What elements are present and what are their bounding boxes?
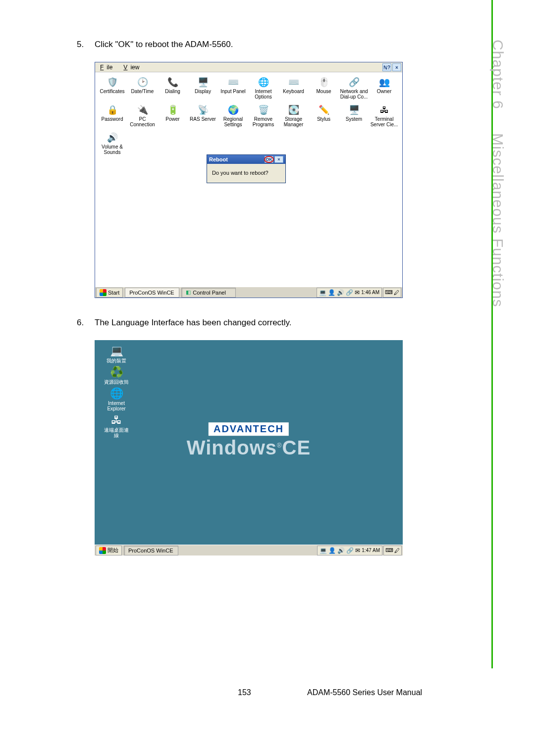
reboot-title: Reboot xyxy=(209,156,228,162)
cp-item-regional-settings[interactable]: 🌍Regional Settings xyxy=(218,103,248,131)
taskbar: Start ProConOS WinCE ◧Control Panel 💻 👤 … xyxy=(95,287,402,298)
cp-icon: 🖧 xyxy=(377,104,392,116)
cp-item-power[interactable]: 🔋Power xyxy=(158,103,188,131)
cp-item-internet-options[interactable]: 🌐Internet Options xyxy=(248,75,278,103)
cp-icon-label: Mouse xyxy=(316,89,331,94)
cp-item-owner[interactable]: 👥Owner xyxy=(369,75,399,103)
cp-icon-label: Internet Options xyxy=(255,89,271,100)
step-5: 5. Click "OK" to reboot the ADAM-5560. xyxy=(77,40,424,50)
system-tray-zh[interactable]: 💻 👤 🔊 🔗 ✉ 1:47 AM xyxy=(317,546,382,555)
cp-icon: ✏️ xyxy=(317,104,331,116)
chapter-tab: Chapter 6 Miscellaneous Functions xyxy=(463,0,493,668)
desktop-icons: 💻我的裝置♻️資源回收筒🌐Internet Explorer🖧遠端桌面連 線 xyxy=(99,344,134,438)
menu-view[interactable]: View xyxy=(120,63,145,71)
desktop-icon[interactable]: 💻我的裝置 xyxy=(99,344,134,363)
cp-icon: 🔗 xyxy=(347,76,362,88)
desktop-icon[interactable]: 🌐Internet Explorer xyxy=(99,387,134,411)
reboot-titlebar: Reboot OK × xyxy=(207,155,285,164)
cp-icon-label: PC Connection xyxy=(130,116,155,127)
cp-icon-label: Date/Time xyxy=(131,89,154,94)
cp-icon: 🌍 xyxy=(226,104,241,116)
cp-icon: 🔋 xyxy=(165,104,180,116)
cp-icon-label: Storage Manager xyxy=(284,116,303,127)
reboot-ok-button[interactable]: OK xyxy=(265,156,273,163)
cp-icon-label: Dialing xyxy=(165,89,180,94)
tray-clock-zh: 1:47 AM xyxy=(362,548,380,553)
close-button[interactable]: × xyxy=(392,63,401,71)
tray-clock: 1:46 AM xyxy=(361,290,379,295)
cp-icon: 🔒 xyxy=(105,104,120,116)
cp-item-password[interactable]: 🔒Password xyxy=(97,103,127,131)
tray-extra-zh[interactable]: ⌨🖊 xyxy=(383,546,402,555)
control-panel-icons: 🛡️Certificates🕑Date/Time📞Dialing🖥️Displa… xyxy=(95,72,402,161)
cp-item-date-time[interactable]: 🕑Date/Time xyxy=(127,75,158,103)
cp-item-keyboard[interactable]: ⌨️Keyboard xyxy=(278,75,309,103)
cp-icon: 💽 xyxy=(286,104,301,116)
tray-icon: 🔊 xyxy=(337,290,344,296)
start-button-zh[interactable]: 開始 xyxy=(96,546,122,555)
cp-item-remove-programs[interactable]: 🗑️Remove Programs xyxy=(248,103,278,131)
cp-item-network-and-dial-up-co-[interactable]: 🔗Network and Dial-up Co... xyxy=(339,75,369,103)
advantech-logo: ADVANTECH xyxy=(209,422,289,436)
cp-item-volume-sounds[interactable]: 🔊Volume & Sounds xyxy=(97,131,127,158)
taskbar-control-panel[interactable]: ◧Control Panel xyxy=(181,288,236,298)
desktop-icon-glyph: 🖧 xyxy=(108,413,124,427)
cp-icon: 👥 xyxy=(377,76,392,88)
desktop-icon-label: 遠端桌面連 線 xyxy=(104,427,129,438)
system-tray[interactable]: 💻 👤 🔊 🔗 ✉ 1:46 AM xyxy=(317,288,382,298)
cp-icon-label: Password xyxy=(102,116,123,122)
cp-item-stylus[interactable]: ✏️Stylus xyxy=(309,103,339,131)
cp-item-dialing[interactable]: 📞Dialing xyxy=(158,75,188,103)
taskbar-proconos[interactable]: ProConOS WinCE xyxy=(125,288,179,298)
step-5-text: Click "OK" to reboot the ADAM-5560. xyxy=(95,40,233,50)
help-button[interactable]: ℕ?? xyxy=(382,63,391,71)
step-6-num: 6. xyxy=(77,318,95,328)
cp-icon-label: Owner xyxy=(377,89,391,94)
desktop-icon-label: 我的裝置 xyxy=(107,358,126,363)
cp-item-terminal-server-cie-[interactable]: 🖧Terminal Server Cie... xyxy=(369,103,399,131)
taskbar-proconos-zh[interactable]: ProConOS WinCE xyxy=(124,546,178,555)
desktop-icon[interactable]: ♻️資源回收筒 xyxy=(99,365,134,385)
cp-icon: 🛡️ xyxy=(105,76,120,88)
cp-icon: 📡 xyxy=(196,104,211,116)
cp-icon: 🗑️ xyxy=(256,104,271,116)
tray-icon: 👤 xyxy=(328,548,336,554)
start-label-zh: 開始 xyxy=(107,547,118,554)
cp-item-input-panel[interactable]: ⌨️Input Panel xyxy=(218,75,248,103)
cp-item-system[interactable]: 🖥️System xyxy=(339,103,369,131)
cp-icon-label: RAS Server xyxy=(190,116,216,122)
cp-icon-label: Regional Settings xyxy=(223,116,243,127)
step-6: 6. The Language Interface has been chang… xyxy=(77,318,424,328)
start-button[interactable]: Start xyxy=(96,288,123,298)
reboot-close-button[interactable]: × xyxy=(274,156,283,163)
cp-item-ras-server[interactable]: 📡RAS Server xyxy=(188,103,218,131)
menu-file[interactable]: File xyxy=(97,63,118,71)
cp-item-storage-manager[interactable]: 💽Storage Manager xyxy=(278,103,309,131)
cp-icon: 📞 xyxy=(165,76,180,88)
reboot-dialog: Reboot OK × Do you want to reboot? xyxy=(207,154,286,183)
cp-icon: ⌨️ xyxy=(286,76,301,88)
step-6-text: The Language Interface has been changed … xyxy=(95,318,292,328)
desktop-icon[interactable]: 🖧遠端桌面連 線 xyxy=(99,413,134,438)
reboot-body: Do you want to reboot? xyxy=(207,164,285,183)
tray-icon: 🔊 xyxy=(337,548,345,554)
cp-item-pc-connection[interactable]: 🔌PC Connection xyxy=(127,103,158,131)
tray-icon: 👤 xyxy=(328,290,335,296)
windows-flag-icon xyxy=(100,289,107,296)
cp-icon-label: Stylus xyxy=(317,116,330,122)
cp-icon: 🌐 xyxy=(256,76,271,88)
cp-item-display[interactable]: 🖥️Display xyxy=(188,75,218,103)
tray-icon: 💻 xyxy=(319,290,326,296)
desktop-icon-label: Internet Explorer xyxy=(107,401,125,411)
manual-title: ADAM-5560 Series User Manual xyxy=(307,688,422,697)
cp-item-mouse[interactable]: 🖱️Mouse xyxy=(309,75,339,103)
tray-extra[interactable]: ⌨🖊 xyxy=(383,288,401,298)
cp-icon-label: Volume & Sounds xyxy=(102,144,123,155)
desktop-screenshot: 💻我的裝置♻️資源回收筒🌐Internet Explorer🖧遠端桌面連 線 A… xyxy=(95,340,403,555)
cp-icon-label: Remove Programs xyxy=(253,116,274,127)
windows-ce-logo: Windows®CE xyxy=(187,437,311,459)
cp-icon: ⌨️ xyxy=(226,76,241,88)
cp-item-certificates[interactable]: 🛡️Certificates xyxy=(97,75,127,103)
cp-icon-label: Input Panel xyxy=(220,89,246,94)
desktop-icon-glyph: 🌐 xyxy=(108,387,124,401)
